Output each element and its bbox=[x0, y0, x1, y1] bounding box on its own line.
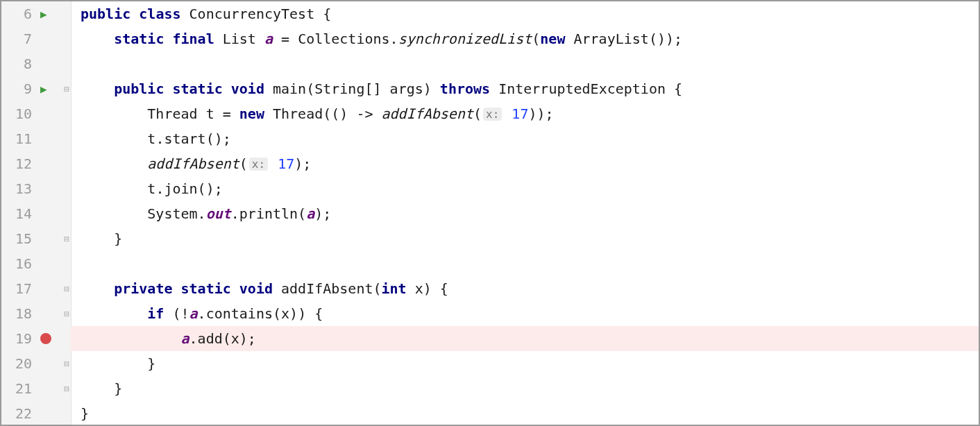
line-number[interactable]: 8 bbox=[1, 51, 37, 76]
fold-open-icon[interactable]: ⊟ bbox=[64, 309, 69, 319]
gutter-row[interactable]: ⊟ bbox=[37, 376, 71, 401]
param-hint-x: x: bbox=[249, 157, 268, 171]
type-interrupted: InterruptedException bbox=[498, 80, 666, 97]
code-line[interactable]: System.out.println(a); bbox=[71, 201, 979, 226]
code-line[interactable]: } bbox=[71, 401, 979, 425]
line-number[interactable]: 20 bbox=[1, 351, 37, 376]
breakpoint-icon[interactable] bbox=[40, 333, 51, 344]
type-thread: Thread bbox=[147, 105, 197, 122]
gutter-row[interactable] bbox=[37, 51, 71, 76]
run-icon[interactable]: ▶ bbox=[40, 8, 47, 21]
field-a: a bbox=[264, 31, 273, 47]
kw-final: final bbox=[172, 31, 214, 47]
class-name: ConcurrencyTest bbox=[189, 6, 315, 22]
code-line[interactable]: public static void main(String[] args) t… bbox=[71, 76, 979, 101]
fold-close-icon[interactable]: ⊟ bbox=[64, 384, 69, 394]
call-join: join bbox=[164, 180, 197, 197]
field-a: a bbox=[306, 205, 314, 222]
kw-public: public bbox=[114, 80, 164, 97]
gutter-row[interactable]: ▶ bbox=[37, 1, 71, 26]
gutter-row[interactable] bbox=[37, 126, 71, 151]
gutter-row[interactable]: ⊟ bbox=[37, 301, 71, 326]
code-area[interactable]: public class ConcurrencyTest { static fi… bbox=[71, 1, 979, 425]
type-string: String bbox=[314, 80, 364, 97]
type-system: System bbox=[147, 205, 197, 222]
gutter-row[interactable]: ⊟ bbox=[37, 351, 71, 376]
var-t: t bbox=[147, 180, 155, 197]
code-line[interactable]: t.start(); bbox=[71, 126, 979, 151]
code-line[interactable] bbox=[71, 251, 979, 276]
call-addIfAbsent: addIfAbsent bbox=[382, 105, 473, 122]
gutter-row[interactable]: ⊟ bbox=[37, 226, 71, 251]
code-line[interactable]: } bbox=[71, 376, 979, 401]
type-list: List bbox=[223, 31, 256, 47]
line-number[interactable]: 9 bbox=[1, 76, 37, 101]
fold-open-icon[interactable]: ⊟ bbox=[64, 284, 69, 294]
gutter-row[interactable] bbox=[37, 26, 71, 51]
fold-close-icon[interactable]: ⊟ bbox=[64, 359, 69, 369]
code-line[interactable]: } bbox=[71, 351, 979, 376]
code-line[interactable]: t.join(); bbox=[71, 176, 979, 201]
code-line[interactable]: if (!a.contains(x)) { bbox=[71, 301, 979, 326]
line-number[interactable]: 15 bbox=[1, 226, 37, 251]
line-number[interactable]: 13 bbox=[1, 176, 37, 201]
method-main: main bbox=[273, 80, 306, 97]
line-number[interactable]: 10 bbox=[1, 101, 37, 126]
line-number-gutter: 6 7 8 9 10 11 12 13 14 15 16 17 18 19 20… bbox=[1, 1, 37, 425]
kw-new: new bbox=[540, 31, 565, 47]
kw-private: private bbox=[114, 280, 172, 297]
gutter-row[interactable] bbox=[37, 251, 71, 276]
gutter-row[interactable] bbox=[37, 326, 71, 351]
type-arraylist: ArrayList bbox=[574, 31, 649, 47]
code-line[interactable]: addIfAbsent(x: 17); bbox=[71, 151, 979, 176]
kw-static: static bbox=[181, 280, 231, 297]
kw-static: static bbox=[172, 80, 222, 97]
var-x: x bbox=[281, 305, 289, 322]
call-start: start bbox=[164, 130, 205, 147]
line-number[interactable]: 6 bbox=[1, 1, 37, 26]
call-addIfAbsent: addIfAbsent bbox=[147, 155, 239, 172]
code-line[interactable]: Thread t = new Thread(() -> addIfAbsent(… bbox=[71, 101, 979, 126]
gutter-row[interactable] bbox=[37, 201, 71, 226]
param-x: x bbox=[415, 280, 423, 297]
call-synchronizedList: synchronizedList bbox=[398, 31, 532, 47]
line-number[interactable]: 18 bbox=[1, 301, 37, 326]
run-icon[interactable]: ▶ bbox=[40, 83, 47, 96]
gutter-row[interactable] bbox=[37, 151, 71, 176]
line-number[interactable]: 21 bbox=[1, 376, 37, 401]
gutter-row[interactable] bbox=[37, 401, 71, 426]
field-a: a bbox=[189, 305, 198, 322]
line-number[interactable]: 7 bbox=[1, 26, 37, 51]
method-addIfAbsent: addIfAbsent bbox=[281, 280, 373, 297]
kw-class: class bbox=[139, 6, 180, 22]
type-collections: Collections bbox=[298, 31, 389, 47]
gutter-row[interactable] bbox=[37, 176, 71, 201]
call-add: add bbox=[198, 330, 223, 347]
line-number[interactable]: 22 bbox=[1, 401, 37, 426]
line-number[interactable]: 17 bbox=[1, 276, 37, 301]
call-contains: contains bbox=[206, 305, 273, 322]
code-line[interactable]: static final List a = Collections.synchr… bbox=[71, 26, 979, 51]
kw-void: void bbox=[239, 280, 273, 297]
literal-17: 17 bbox=[278, 155, 294, 172]
gutter-row[interactable]: ▶⊟ bbox=[37, 76, 71, 101]
type-thread: Thread bbox=[273, 105, 323, 122]
code-editor: 6 7 8 9 10 11 12 13 14 15 16 17 18 19 20… bbox=[0, 0, 980, 426]
var-t: t bbox=[147, 130, 155, 147]
kw-if: if bbox=[147, 305, 164, 322]
kw-int: int bbox=[382, 280, 407, 297]
gutter-row[interactable]: ⊟ bbox=[37, 276, 71, 301]
line-number[interactable]: 16 bbox=[1, 251, 37, 276]
code-line[interactable]: private static void addIfAbsent(int x) { bbox=[71, 276, 979, 301]
line-number[interactable]: 12 bbox=[1, 151, 37, 176]
line-number[interactable]: 14 bbox=[1, 201, 37, 226]
gutter-row[interactable] bbox=[37, 101, 71, 126]
fold-close-icon[interactable]: ⊟ bbox=[64, 234, 69, 244]
code-line[interactable]: } bbox=[71, 226, 979, 251]
fold-open-icon[interactable]: ⊟ bbox=[64, 84, 69, 94]
code-line[interactable] bbox=[71, 51, 979, 76]
code-line[interactable]: public class ConcurrencyTest { bbox=[71, 1, 979, 26]
line-number[interactable]: 11 bbox=[1, 126, 37, 151]
code-line-breakpoint[interactable]: a.add(x); bbox=[71, 326, 979, 351]
line-number[interactable]: 19 bbox=[1, 326, 37, 351]
